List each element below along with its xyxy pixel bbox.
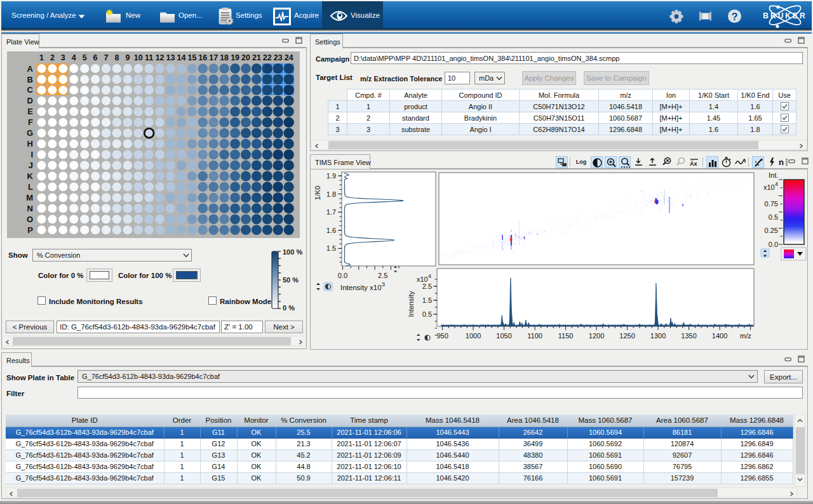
svg-text:N: N xyxy=(27,204,33,213)
svg-text:0.25: 0.25 xyxy=(765,227,778,234)
svg-text:1250: 1250 xyxy=(619,332,635,340)
svg-text:950: 950 xyxy=(436,332,448,340)
svg-text:1200: 1200 xyxy=(589,332,604,340)
svg-text:12: 12 xyxy=(156,53,165,62)
svg-text:P: P xyxy=(27,225,33,235)
svg-text:50 %: 50 % xyxy=(283,276,299,284)
svg-text:3: 3 xyxy=(382,281,385,288)
svg-text:7: 7 xyxy=(104,53,109,62)
svg-text:1.6: 1.6 xyxy=(326,227,336,234)
svg-text:x10: x10 xyxy=(763,183,775,191)
svg-text:17: 17 xyxy=(209,53,218,62)
svg-text:21: 21 xyxy=(252,53,261,62)
svg-text:Intensity x10: Intensity x10 xyxy=(340,284,382,291)
svg-text:1350: 1350 xyxy=(681,332,696,340)
svg-text:9: 9 xyxy=(125,53,130,62)
svg-text:J: J xyxy=(29,161,33,170)
svg-text:0.0: 0.0 xyxy=(769,241,778,248)
svg-text:4: 4 xyxy=(428,273,431,279)
svg-text:Äx: Äx xyxy=(690,161,697,167)
svg-text:0.5: 0.5 xyxy=(769,213,778,221)
svg-text:8: 8 xyxy=(114,53,119,62)
svg-text:1000: 1000 xyxy=(466,332,481,340)
svg-text:1400: 1400 xyxy=(712,332,727,340)
svg-text:BRUKER: BRUKER xyxy=(763,11,807,20)
svg-text:18: 18 xyxy=(220,53,229,62)
svg-text:1.9: 1.9 xyxy=(326,172,336,180)
svg-text:16: 16 xyxy=(198,53,207,62)
svg-text:x10: x10 xyxy=(417,275,428,283)
svg-text:22: 22 xyxy=(263,53,272,62)
svg-text:E: E xyxy=(27,107,33,116)
svg-text:15: 15 xyxy=(187,53,196,62)
svg-text:I: I xyxy=(30,150,33,159)
svg-text:1300: 1300 xyxy=(650,332,666,340)
svg-text:1.7: 1.7 xyxy=(326,208,336,216)
svg-text:100 %: 100 % xyxy=(283,249,302,256)
svg-text:2.5: 2.5 xyxy=(378,272,387,279)
svg-text:0.0: 0.0 xyxy=(338,272,347,279)
svg-text:O: O xyxy=(27,215,33,224)
svg-text:Int.: Int. xyxy=(769,171,778,179)
svg-text:A: A xyxy=(27,64,34,74)
svg-text:13: 13 xyxy=(166,53,175,62)
svg-text:0 %: 0 % xyxy=(283,304,295,312)
svg-text:1100: 1100 xyxy=(527,332,542,340)
svg-text:m/z: m/z xyxy=(740,332,751,340)
svg-text:L: L xyxy=(28,182,33,192)
svg-text:H: H xyxy=(27,139,33,149)
svg-text:3: 3 xyxy=(61,53,65,62)
svg-text:1/K0: 1/K0 xyxy=(314,186,321,201)
svg-text:B: B xyxy=(27,75,33,84)
svg-text:F: F xyxy=(28,117,33,127)
svg-text:4: 4 xyxy=(72,53,76,62)
svg-text:1.5: 1.5 xyxy=(326,244,336,252)
svg-text:1050: 1050 xyxy=(496,332,511,340)
svg-text:1.8: 1.8 xyxy=(326,190,336,198)
svg-text:K: K xyxy=(27,171,34,181)
svg-text:5: 5 xyxy=(83,53,87,62)
svg-text:11: 11 xyxy=(145,53,153,62)
svg-text:6: 6 xyxy=(93,53,98,62)
svg-text:1.5: 1.5 xyxy=(422,296,432,304)
svg-text:G: G xyxy=(27,128,33,138)
svg-text:?: ? xyxy=(731,11,737,22)
svg-text:2: 2 xyxy=(50,53,55,62)
svg-text:4: 4 xyxy=(775,181,778,187)
svg-text:1: 1 xyxy=(39,53,44,62)
svg-text:0.75: 0.75 xyxy=(765,200,778,208)
svg-text:n: n xyxy=(779,157,784,167)
svg-text:14: 14 xyxy=(177,53,186,62)
svg-text:23: 23 xyxy=(274,53,283,62)
svg-text:Intensity: Intensity xyxy=(407,291,415,317)
svg-text:10: 10 xyxy=(134,53,143,62)
svg-text:20: 20 xyxy=(241,53,250,62)
svg-text:D: D xyxy=(27,96,33,105)
svg-text:M: M xyxy=(26,193,33,202)
svg-text:24: 24 xyxy=(285,53,293,62)
svg-text:C: C xyxy=(27,85,34,95)
svg-text:0.5: 0.5 xyxy=(422,310,432,318)
svg-text:1150: 1150 xyxy=(558,332,574,340)
svg-text:19: 19 xyxy=(231,53,239,62)
svg-text:2.5: 2.5 xyxy=(422,282,432,290)
